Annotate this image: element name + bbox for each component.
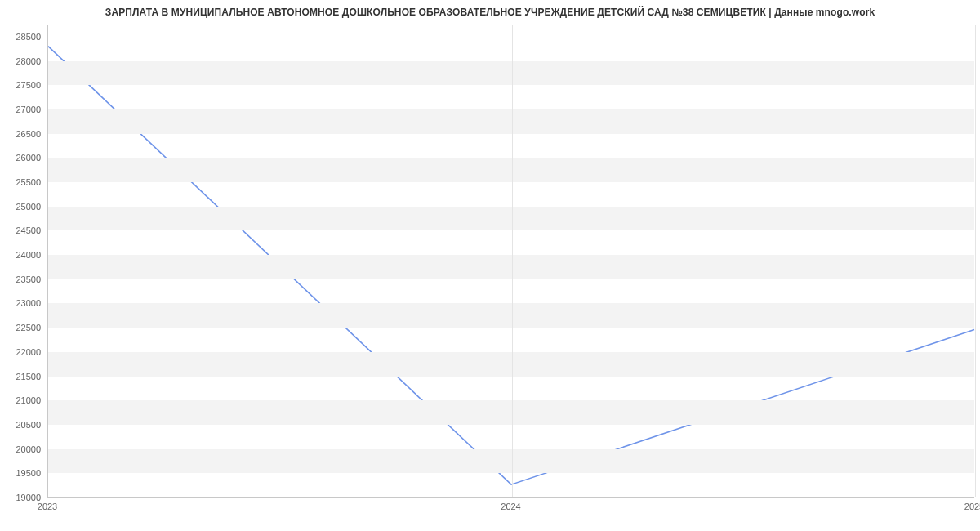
y-tick-label: 28000 [0,56,41,66]
y-tick-label: 20000 [0,444,41,454]
y-tick-label: 21000 [0,395,41,405]
y-tick-label: 24500 [0,225,41,235]
y-tick-label: 27500 [0,80,41,90]
grid-vertical [512,25,513,497]
y-tick-label: 21500 [0,372,41,382]
y-tick-label: 27000 [0,105,41,114]
plot-area [47,25,974,498]
y-tick-label: 22000 [0,347,41,357]
x-tick-label: 2025 [964,502,980,511]
x-tick-label: 2023 [38,502,57,511]
y-tick-label: 23000 [0,298,41,308]
y-tick-label: 26000 [0,153,41,163]
y-tick-label: 19500 [0,468,41,478]
y-tick-label: 23500 [0,274,41,284]
chart-container: ЗАРПЛАТА В МУНИЦИПАЛЬНОЕ АВТОНОМНОЕ ДОШК… [0,0,980,531]
chart-title: ЗАРПЛАТА В МУНИЦИПАЛЬНОЕ АВТОНОМНОЕ ДОШК… [0,7,980,18]
y-tick-label: 22500 [0,323,41,332]
y-tick-label: 19000 [0,493,41,502]
y-tick-label: 20500 [0,420,41,430]
y-tick-label: 25500 [0,177,41,187]
y-tick-label: 28500 [0,32,41,42]
grid-vertical [975,25,976,497]
y-tick-label: 26500 [0,129,41,139]
x-tick-label: 2024 [501,502,520,511]
y-tick-label: 25000 [0,202,41,212]
y-tick-label: 24000 [0,250,41,260]
